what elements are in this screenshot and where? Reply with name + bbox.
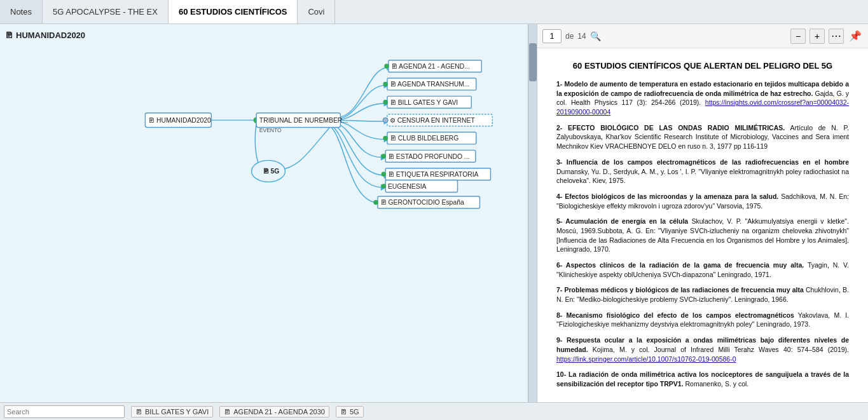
study-9: 9- Respuesta ocular a la exposición a on… (556, 335, 849, 363)
study-6: 6- Aspectos clínicos de la radiación de … (556, 261, 849, 279)
bottom-tab-bill-gates-icon: 🖹 (135, 408, 142, 416)
node-estado[interactable]: 🖹 ESTADO PROFUNDO ... (388, 153, 470, 160)
pdf-zoom-in-button[interactable]: + (809, 29, 825, 44)
pdf-search-icon[interactable]: 🔍 (590, 31, 601, 41)
mindmap-scrollbar[interactable] (528, 24, 537, 402)
node-etiqueta[interactable]: 🖹 ETIQUETA RESPIRATORIA (388, 171, 479, 178)
tab-5g-apocalypse[interactable]: 5G APOCALYPSE - THE EX (43, 0, 169, 24)
svg-point-20 (383, 118, 388, 123)
node-eugenesia[interactable]: EUGENESIA (388, 183, 427, 190)
node-transhum[interactable]: 🖹 AGENDA TRANSHUM... (390, 81, 470, 88)
node-agenda21[interactable]: 🖹 AGENDA 21 - AGEND... (391, 63, 470, 70)
bottom-tab-agenda21-label: AGENDA 21 - AGENDA 2030 (233, 408, 325, 416)
tab-60-estudios-label: 60 ESTUDIOS CIENTÍFICOS (179, 7, 287, 17)
svg-point-30 (373, 200, 378, 205)
study-7: 7- Problemas médicos y biológicos de las… (556, 285, 849, 304)
mindmap-title: 🖹 HUMANIDAD2020 (5, 30, 85, 40)
study-1: 1- Modelo de aumento de temperatura en e… (556, 79, 849, 117)
bottom-tab-bill-gates[interactable]: 🖹 BILL GATES Y GAVI (131, 406, 213, 417)
study-8: 8- Mecanismo fisiológico del efecto de l… (556, 311, 849, 329)
pdf-title: 60 ESTUDIOS CIENTÍFICOS QUE ALERTAN DEL … (556, 61, 849, 71)
bottom-tab-agenda21[interactable]: 🖹 AGENDA 21 - AGENDA 2030 (219, 406, 329, 417)
mindmap-panel: 🖹 HUMANIDAD2020 (0, 24, 537, 402)
node-tribunal[interactable]: TRIBUNAL DE NUREMBER... (259, 117, 348, 124)
node-gerontocidio[interactable]: 🖹 GERONTOCIDIO España (380, 199, 464, 206)
bottom-tab-5g-icon: 🖹 (340, 408, 347, 416)
mindmap-title-text: HUMANIDAD2020 (16, 30, 85, 40)
search-input[interactable] (4, 405, 125, 418)
tab-60-estudios[interactable]: 60 ESTUDIOS CIENTÍFICOS (169, 0, 298, 24)
svg-point-22 (383, 136, 388, 141)
pdf-page-input[interactable] (542, 29, 561, 43)
main-area: 🖹 HUMANIDAD2020 (0, 24, 868, 402)
svg-point-16 (383, 82, 388, 87)
study-2: 2- EFECTO BIOLÓGICO DE LAS ONDAS RADIO M… (556, 123, 849, 151)
node-humanidad2020[interactable]: 🖹 HUMANIDAD2020 (148, 117, 211, 124)
node-evento: EVENTO (259, 127, 282, 133)
tab-notes-label: Notes (10, 7, 32, 17)
mindmap-doc-icon: 🖹 (5, 30, 13, 40)
pdf-page-total: 14 (577, 32, 586, 41)
node-bildelberg[interactable]: 🖹 CLUB BILDELBERG (390, 135, 459, 142)
bottom-tab-bill-gates-label: BILL GATES Y GAVI (145, 408, 209, 416)
pdf-content: 60 ESTUDIOS CIENTÍFICOS QUE ALERTAN DEL … (537, 48, 868, 402)
pdf-zoom-out-button[interactable]: − (790, 29, 806, 44)
study-9-link[interactable]: https://link.springer.com/article/10.100… (556, 355, 736, 363)
study-4: 4- Efectos biológicos de las microondas … (556, 192, 849, 210)
svg-point-26 (382, 172, 387, 177)
study-5: 5- Acumulación de energía en la célula S… (556, 217, 849, 254)
mindmap-svg: 🖹 HUMANIDAD2020 TRIBUNAL DE NUREMBER... … (0, 24, 537, 402)
tab-bar: Notes 5G APOCALYPSE - THE EX 60 ESTUDIOS… (0, 0, 868, 24)
svg-point-24 (382, 154, 387, 159)
pdf-panel: de 14 🔍 − + ⋯ 📌 60 ESTUDIOS CIENTÍFICOS … (537, 24, 868, 402)
tab-5g-apocalypse-label: 5G APOCALYPSE - THE EX (53, 7, 158, 17)
pdf-toolbar: de 14 🔍 − + ⋯ 📌 (537, 24, 868, 48)
pdf-studies-list: 1- Modelo de aumento de temperatura en e… (556, 79, 849, 389)
svg-point-28 (382, 184, 387, 189)
svg-point-14 (384, 64, 389, 69)
pdf-page-sep: de (565, 32, 574, 41)
tab-covid-label: Covi (308, 7, 324, 17)
mindmap-scrollbar-thumb[interactable] (529, 43, 537, 81)
pdf-pin-button[interactable]: 📌 (848, 29, 863, 44)
svg-point-18 (383, 100, 388, 105)
node-5g[interactable]: 🖹 5G (263, 168, 280, 175)
tab-notes[interactable]: Notes (0, 0, 43, 24)
node-censura[interactable]: ⚙ CENSURA EN INTERNET (390, 117, 476, 124)
bottom-tab-5g[interactable]: 🖹 5G (336, 406, 364, 417)
study-10: 10- La radiación de onda milimétrica act… (556, 370, 849, 388)
bottom-tab-5g-label: 5G (350, 408, 359, 416)
pdf-more-button[interactable]: ⋯ (829, 29, 844, 44)
tab-covid[interactable]: Covi (298, 0, 335, 24)
node-billgates[interactable]: 🖹 BILL GATES Y GAVI (390, 99, 458, 106)
study-1-link[interactable]: https://insights.ovid.com/crossref?an=00… (556, 98, 849, 116)
study-3: 3- Influencia de los campos electromagné… (556, 158, 849, 186)
bottom-tab-agenda21-icon: 🖹 (224, 408, 231, 416)
bottom-bar: 🖹 BILL GATES Y GAVI 🖹 AGENDA 21 - AGENDA… (0, 402, 868, 420)
